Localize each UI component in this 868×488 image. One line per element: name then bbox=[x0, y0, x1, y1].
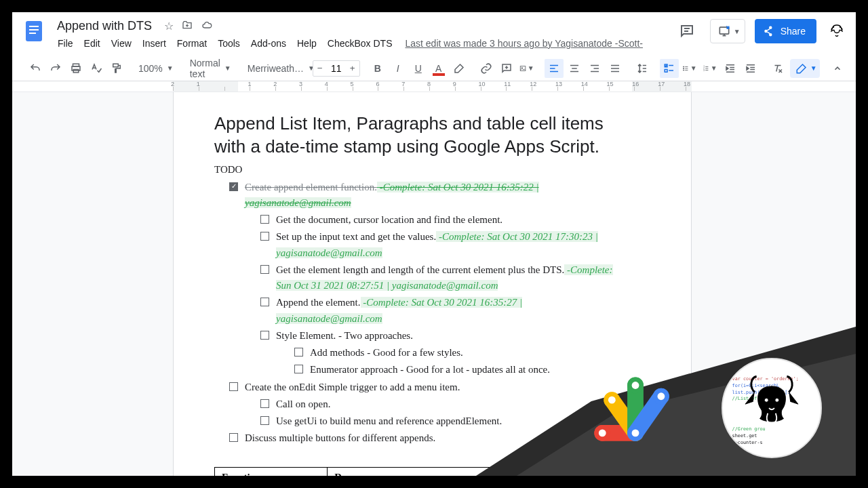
table-header[interactable]: Function bbox=[215, 467, 328, 476]
checklist-item[interactable]: Create the onEdit Simple trigger to add … bbox=[229, 380, 630, 395]
paragraph-style-dropdown[interactable]: Normal text▼ bbox=[186, 59, 235, 78]
checkbox[interactable] bbox=[260, 215, 269, 224]
insert-image-button[interactable]: ▼ bbox=[517, 59, 536, 78]
checklist-item[interactable]: Style Element. - Two approaches. bbox=[260, 328, 630, 344]
comments-button[interactable] bbox=[673, 18, 701, 45]
checklist-text[interactable]: Set up the input text and get the values… bbox=[276, 229, 630, 261]
checkbox[interactable] bbox=[294, 365, 303, 373]
star-icon[interactable]: ☆ bbox=[164, 20, 174, 33]
align-left-button[interactable] bbox=[545, 59, 564, 78]
function-table[interactable]: FunctionDoes onOpenA simple trigger that… bbox=[214, 467, 630, 476]
align-center-button[interactable] bbox=[565, 59, 584, 78]
move-icon[interactable] bbox=[182, 20, 193, 33]
checklist-text[interactable]: Get the document, cursor location and fi… bbox=[276, 212, 630, 228]
checklist-text[interactable]: Get the element length and length of the… bbox=[276, 262, 630, 294]
checkbox[interactable] bbox=[260, 331, 269, 340]
editing-mode-button[interactable]: ▼ bbox=[790, 59, 820, 78]
line-spacing-button[interactable] bbox=[633, 59, 652, 78]
align-right-button[interactable] bbox=[585, 59, 604, 78]
present-button[interactable]: ▼ bbox=[710, 19, 745, 43]
document-title[interactable]: Append with DTS bbox=[53, 18, 156, 35]
docs-logo[interactable] bbox=[20, 18, 47, 45]
checkbox[interactable] bbox=[260, 232, 269, 241]
checklist-text[interactable]: Create append element function. -Complet… bbox=[245, 180, 630, 211]
checkbox[interactable] bbox=[229, 433, 238, 442]
align-justify-button[interactable] bbox=[606, 59, 625, 78]
svg-rect-3 bbox=[29, 33, 36, 34]
font-dropdown[interactable]: Merriweath…▼ bbox=[243, 59, 304, 78]
checkbox[interactable] bbox=[229, 182, 238, 191]
italic-button[interactable]: I bbox=[389, 59, 408, 78]
menu-view[interactable]: View bbox=[106, 35, 136, 52]
menu-checkbox-dts[interactable]: CheckBox DTS bbox=[323, 35, 397, 52]
svg-point-7 bbox=[826, 20, 848, 42]
bold-button[interactable]: B bbox=[368, 59, 387, 78]
checklist-text[interactable]: Add methods - Good for a few styles. bbox=[310, 345, 630, 361]
hide-menus-button[interactable] bbox=[828, 59, 847, 78]
checklist-item[interactable]: Discuss multiple buttons for different a… bbox=[229, 430, 630, 446]
menu-format[interactable]: Format bbox=[172, 35, 212, 52]
checklist-text[interactable]: Style Element. - Two approaches. bbox=[276, 328, 630, 344]
menu-file[interactable]: File bbox=[53, 35, 78, 52]
highlight-button[interactable] bbox=[450, 59, 469, 78]
table-header[interactable]: Does bbox=[328, 467, 630, 476]
checkbox[interactable] bbox=[260, 416, 269, 425]
clear-formatting-button[interactable] bbox=[768, 59, 787, 78]
title-area: Append with DTS ☆ File Edit View Insert … bbox=[53, 18, 643, 53]
increase-indent-button[interactable] bbox=[741, 59, 760, 78]
numbered-list-button[interactable]: 123▼ bbox=[701, 59, 719, 78]
checklist-item[interactable]: Enumerator approach - Good for a lot - u… bbox=[294, 362, 630, 378]
checklist-text[interactable]: Create the onEdit Simple trigger to add … bbox=[245, 380, 630, 395]
font-size-decrease[interactable]: − bbox=[313, 60, 327, 77]
last-edit-link[interactable]: Last edit was made 3 hours ago by Yagisa… bbox=[405, 38, 642, 49]
checklist-text[interactable]: Call on open. bbox=[276, 396, 630, 412]
account-avatar[interactable] bbox=[826, 20, 848, 42]
checklist[interactable]: Create append element function. -Complet… bbox=[214, 180, 630, 447]
checkbox[interactable] bbox=[294, 348, 303, 357]
redo-button[interactable] bbox=[46, 59, 65, 78]
checklist-item[interactable]: Use getUi to build menu and reference ap… bbox=[260, 413, 630, 429]
decrease-indent-button[interactable] bbox=[721, 59, 740, 78]
paint-format-button[interactable] bbox=[107, 59, 126, 78]
insert-link-button[interactable] bbox=[477, 59, 496, 78]
checklist-text[interactable]: Use getUi to build menu and reference ap… bbox=[276, 413, 630, 429]
checklist-item[interactable]: Call on open. bbox=[260, 396, 630, 412]
cloud-status-icon[interactable] bbox=[201, 20, 213, 33]
checkbox[interactable] bbox=[260, 399, 269, 408]
checkbox[interactable] bbox=[260, 265, 269, 274]
font-size-control[interactable]: − + bbox=[313, 60, 360, 77]
document-area[interactable]: Append List Item, Paragraphs and table c… bbox=[12, 92, 856, 476]
ruler[interactable]: 21123456789101112131415161718 bbox=[12, 81, 856, 92]
checkbox[interactable] bbox=[229, 382, 238, 391]
print-button[interactable] bbox=[66, 59, 85, 78]
menu-tools[interactable]: Tools bbox=[213, 35, 245, 52]
checklist-item[interactable]: Get the element length and length of the… bbox=[260, 262, 630, 294]
zoom-dropdown[interactable]: 100%▼ bbox=[134, 59, 178, 78]
checklist-item[interactable]: Add methods - Good for a few styles. bbox=[294, 345, 630, 361]
bulleted-list-button[interactable]: ▼ bbox=[680, 59, 699, 78]
share-button[interactable]: Share bbox=[755, 19, 816, 43]
menu-insert[interactable]: Insert bbox=[138, 35, 171, 52]
share-label: Share bbox=[781, 26, 806, 37]
checklist-item[interactable]: Append the element. -Complete: Sat Oct 3… bbox=[260, 295, 630, 327]
spellcheck-button[interactable] bbox=[87, 59, 106, 78]
underline-button[interactable]: U bbox=[409, 59, 428, 78]
undo-button[interactable] bbox=[26, 59, 45, 78]
checklist-text[interactable]: Enumerator approach - Good for a lot - u… bbox=[310, 362, 630, 378]
menu-addons[interactable]: Add-ons bbox=[246, 35, 291, 52]
checklist-item[interactable]: Get the document, cursor location and fi… bbox=[260, 212, 630, 228]
font-size-increase[interactable]: + bbox=[346, 60, 359, 77]
checklist-text[interactable]: Discuss multiple buttons for different a… bbox=[245, 430, 630, 446]
text-color-button[interactable]: A bbox=[429, 59, 448, 78]
font-size-input[interactable] bbox=[327, 63, 346, 74]
checklist-button[interactable] bbox=[660, 59, 679, 78]
checklist-item[interactable]: Set up the input text and get the values… bbox=[260, 229, 630, 261]
todo-label[interactable]: TODO bbox=[214, 164, 630, 176]
checkbox[interactable] bbox=[260, 298, 269, 306]
menu-edit[interactable]: Edit bbox=[79, 35, 105, 52]
checklist-text[interactable]: Append the element. -Complete: Sat Oct 3… bbox=[276, 295, 630, 327]
checklist-item[interactable]: Create append element function. -Complet… bbox=[229, 180, 630, 211]
document-heading[interactable]: Append List Item, Paragraphs and table c… bbox=[214, 113, 630, 159]
add-comment-button[interactable] bbox=[497, 59, 516, 78]
menu-help[interactable]: Help bbox=[292, 35, 321, 52]
